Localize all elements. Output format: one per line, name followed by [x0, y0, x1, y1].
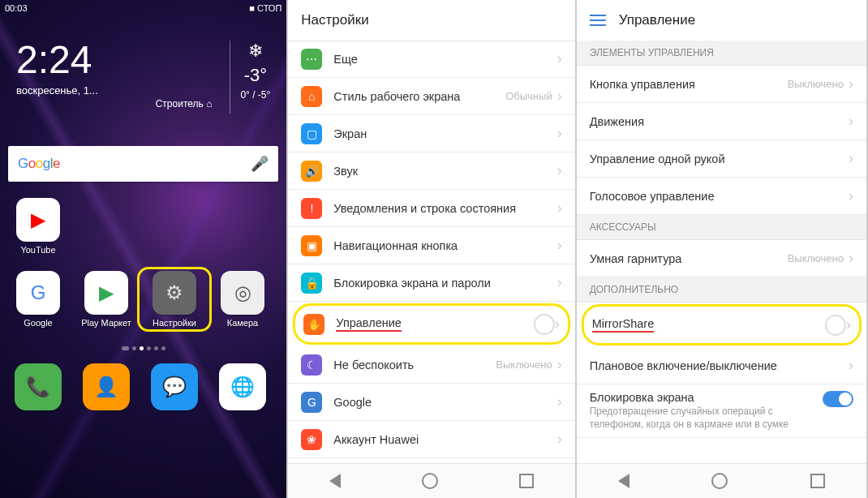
- app-row-1: ▶YouTube: [0, 190, 286, 263]
- settings-item[interactable]: ▣ Навигационная кнопка ›: [288, 227, 574, 264]
- list-label: Блокировка экрана: [590, 391, 823, 404]
- settings-item[interactable]: ☾ Не беспокоить Выключено ›: [288, 346, 574, 384]
- list-icon: ⋯: [301, 49, 322, 70]
- settings-item[interactable]: ❀ Аккаунт Huawei ›: [288, 421, 574, 458]
- nav-back-icon[interactable]: [329, 474, 341, 488]
- clock-divider: [230, 41, 230, 114]
- toggle-switch[interactable]: [823, 391, 853, 407]
- status-time: 00:03: [5, 3, 28, 13]
- section-header: АКСЕССУАРЫ: [577, 215, 866, 240]
- clock-date: воскресенье, 1...: [16, 84, 220, 97]
- app-icon: 🌐: [219, 363, 266, 410]
- nav-bar: [577, 463, 866, 498]
- list-subtitle: Предотвращение случайных операций с теле…: [590, 406, 823, 431]
- chevron-icon: ›: [849, 150, 853, 167]
- weather-temp: -3°: [240, 65, 270, 86]
- list-icon: 🔊: [301, 161, 322, 182]
- nav-recent-icon[interactable]: [519, 474, 534, 488]
- dock-item[interactable]: 🌐: [209, 363, 276, 414]
- chevron-icon: ›: [557, 431, 562, 448]
- dock-item[interactable]: 💬: [141, 363, 208, 414]
- settings-item[interactable]: ⋯ Еще ›: [288, 41, 574, 78]
- dock-item[interactable]: 👤: [73, 363, 140, 414]
- chevron-icon: ›: [557, 200, 562, 217]
- management-item[interactable]: Управление одной рукой ›: [577, 140, 866, 178]
- list-value: Выключено: [496, 358, 552, 371]
- chevron-icon: ›: [557, 162, 562, 179]
- nav-back-icon[interactable]: [618, 474, 630, 488]
- list-label: Google: [333, 396, 556, 409]
- mic-icon[interactable]: 🎤: [251, 155, 269, 173]
- list-icon: ✋: [303, 314, 324, 335]
- google-search-bar[interactable]: Google 🎤: [8, 146, 278, 182]
- settings-panel: Настройки ⋯ Еще › ⌂ Стиль рабочего экран…: [288, 0, 576, 498]
- nav-bar: [288, 463, 574, 498]
- list-icon: ⌂: [301, 86, 322, 107]
- app-icon: ◎: [221, 271, 264, 315]
- radio-icon: [534, 314, 555, 335]
- app-item[interactable]: ◎Камера: [209, 271, 276, 328]
- list-label: Голосовое управление: [590, 190, 849, 203]
- app-item[interactable]: GGoogle: [5, 271, 71, 328]
- list-icon: !: [301, 198, 322, 219]
- list-label: Не беспокоить: [333, 358, 496, 371]
- list-label: Управление: [336, 316, 533, 332]
- management-title: Управление: [619, 12, 696, 28]
- app-icon: 👤: [83, 363, 130, 410]
- chevron-icon: ›: [557, 237, 562, 254]
- dock: 📞👤💬🌐: [0, 357, 286, 415]
- list-icon: ▢: [301, 123, 322, 144]
- list-label: MirrorShare: [592, 317, 825, 333]
- app-item[interactable]: ⚙Настройки: [141, 271, 208, 328]
- settings-header: Настройки: [288, 0, 574, 41]
- app-label: Play Маркет: [73, 318, 140, 328]
- weather-range: 0° / -5°: [240, 89, 270, 101]
- management-item[interactable]: Движения ›: [577, 103, 866, 140]
- app-icon: G: [16, 271, 60, 315]
- settings-item[interactable]: ! Уведомления и строка состояния ›: [288, 190, 574, 227]
- chevron-icon: ›: [849, 187, 853, 204]
- list-label: Аккаунт Huawei: [333, 433, 556, 446]
- management-item[interactable]: Плановое включение/выключение ›: [577, 347, 866, 384]
- nav-home-icon[interactable]: [422, 473, 438, 489]
- chevron-icon: ›: [849, 250, 853, 267]
- chevron-icon: ›: [849, 75, 853, 92]
- list-label: Кнопка управления: [590, 78, 788, 91]
- nav-home-icon[interactable]: [711, 473, 728, 489]
- app-row-2: GGoogle▶Play Маркет⚙Настройки◎Камера: [0, 263, 286, 336]
- weather-icon: ❄: [240, 41, 270, 62]
- settings-item[interactable]: ▢ Экран ›: [288, 115, 574, 152]
- section-header: ДОПОЛНИТЕЛЬНО: [577, 277, 866, 303]
- chevron-icon: ›: [557, 50, 562, 67]
- management-list[interactable]: ЭЛЕМЕНТЫ УПРАВЛЕНИЯКнопка управления Вык…: [577, 41, 866, 464]
- settings-item[interactable]: 🔒 Блокировка экрана и пароли ›: [288, 264, 574, 302]
- section-header: ЭЛЕМЕНТЫ УПРАВЛЕНИЯ: [577, 41, 866, 66]
- settings-item[interactable]: ✋ Управление ›: [293, 303, 569, 345]
- app-icon: ⚙: [153, 271, 196, 315]
- dock-item[interactable]: 📞: [5, 363, 71, 414]
- hamburger-icon[interactable]: [590, 11, 606, 29]
- management-item[interactable]: Кнопка управления Выключено ›: [577, 66, 866, 103]
- management-item[interactable]: Блокировка экранаПредотвращение случайны…: [577, 384, 866, 438]
- status-recording[interactable]: ■ СТОП: [249, 3, 281, 13]
- clock-location: Строитель ⌂: [16, 98, 220, 109]
- list-label: Еще: [333, 53, 556, 66]
- list-value: Выключено: [788, 252, 844, 264]
- nav-recent-icon[interactable]: [810, 474, 825, 488]
- management-header: Управление: [577, 0, 866, 41]
- app-item[interactable]: ▶Play Маркет: [73, 271, 140, 328]
- clock-widget[interactable]: 2:24 воскресенье, 1... Строитель ⌂ ❄ -3°…: [0, 16, 286, 122]
- chevron-icon: ›: [557, 274, 562, 291]
- settings-list[interactable]: ⋯ Еще › ⌂ Стиль рабочего экрана Обычный …: [288, 41, 574, 464]
- management-item[interactable]: Голосовое управление ›: [577, 178, 866, 215]
- management-item[interactable]: MirrorShare ›: [582, 304, 862, 346]
- app-item[interactable]: ▶YouTube: [5, 198, 71, 255]
- settings-item[interactable]: 🔊 Звук ›: [288, 152, 574, 190]
- app-icon: ▶: [84, 271, 128, 315]
- list-label: Стиль рабочего экрана: [333, 90, 505, 103]
- settings-item[interactable]: ⌂ Стиль рабочего экрана Обычный ›: [288, 78, 574, 115]
- settings-item[interactable]: G Google ›: [288, 384, 574, 421]
- list-label: Плановое включение/выключение: [590, 359, 849, 372]
- management-item[interactable]: Умная гарнитура Выключено ›: [577, 240, 866, 277]
- home-screen-panel: 00:03 ■ СТОП 2:24 воскресенье, 1... Стро…: [0, 0, 288, 498]
